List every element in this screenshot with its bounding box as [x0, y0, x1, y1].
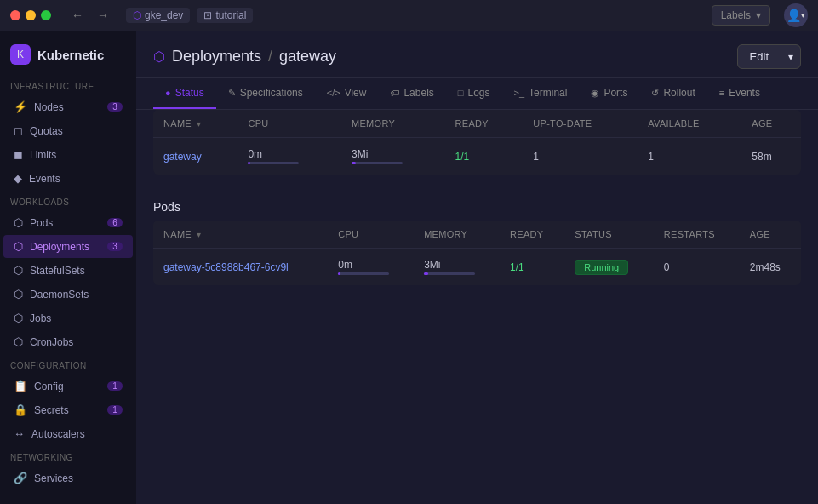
section-configuration-label: Configuration [0, 354, 136, 374]
nodes-icon: ⚡ [14, 100, 27, 113]
sidebar-item-cronjobs[interactable]: ⬡ CronJobs [3, 330, 133, 353]
pod-name-link[interactable]: gateway-5c8988b467-6cv9l [163, 261, 289, 273]
forward-button[interactable]: → [94, 7, 112, 24]
ready-value: 1/1 [455, 151, 470, 163]
pods-badge: 6 [107, 218, 123, 227]
col-ready: READY [445, 110, 523, 138]
specifications-tab-icon: ✎ [228, 88, 236, 99]
pod-col-name[interactable]: NAME ▾ [153, 220, 328, 249]
breadcrumb-parent[interactable]: Deployments [172, 48, 261, 66]
tab-view[interactable]: </> View [315, 78, 379, 109]
pod-col-memory: MEMORY [414, 220, 500, 249]
tutorial-badge[interactable]: ⊡ tutorial [197, 8, 253, 23]
ports-tab-icon: ◉ [591, 88, 599, 99]
pod-cpu-value: 0m [338, 259, 403, 271]
tab-terminal[interactable]: >_ Terminal [502, 78, 580, 109]
close-button[interactable] [10, 10, 20, 20]
pod-restarts-cell: 0 [654, 249, 740, 286]
tab-events[interactable]: ≡ Events [707, 78, 772, 109]
tutorial-icon: ⊡ [203, 9, 212, 21]
tab-terminal-label: Terminal [529, 87, 567, 99]
name-sort-icon: ▾ [197, 119, 201, 129]
pod-ready-cell: 1/1 [500, 249, 564, 286]
tab-ports-label: Ports [603, 87, 627, 99]
sidebar-item-deployments[interactable]: ⬡ Deployments 3 [3, 235, 133, 258]
labels-tab-icon: 🏷 [390, 88, 399, 98]
pod-age-cell: 2m48s [740, 249, 801, 286]
sidebar-item-services[interactable]: 🔗 Services [3, 467, 133, 490]
tab-status-label: Status [175, 87, 204, 99]
pod-memory-cell: 3Mi [414, 249, 500, 286]
sidebar-item-config[interactable]: 📋 Config 1 [3, 375, 133, 398]
labels-dropdown[interactable]: Labels ▾ [712, 5, 770, 26]
tab-labels[interactable]: 🏷 Labels [378, 78, 445, 109]
sidebar-item-autoscalers[interactable]: ↔ Autoscalers [3, 422, 133, 445]
col-available: AVAILABLE [638, 110, 741, 138]
tab-logs-label: Logs [467, 87, 489, 99]
tab-events-label: Events [729, 87, 760, 99]
autoscalers-label: Autoscalers [31, 428, 123, 440]
pod-cpu-mini-bar [338, 272, 389, 275]
pods-section: Pods NAME ▾ CPU MEMORY READY STATUS REST… [136, 188, 818, 299]
deployment-name-link[interactable]: gateway [163, 151, 202, 163]
tab-specifications[interactable]: ✎ Specifications [216, 78, 315, 109]
breadcrumb-separator: / [268, 48, 272, 66]
maximize-button[interactable] [41, 10, 51, 20]
pod-col-status: STATUS [564, 220, 654, 249]
deployment-name-cell: gateway [153, 138, 237, 175]
deployments-icon: ⬡ [14, 240, 23, 253]
tab-ports[interactable]: ◉ Ports [579, 78, 639, 109]
col-cpu: CPU [237, 110, 341, 138]
daemonsets-label: DaemonSets [30, 289, 123, 301]
events-infra-icon: ◆ [14, 172, 22, 185]
minimize-button[interactable] [26, 10, 36, 20]
sidebar-item-events[interactable]: ◆ Events [3, 167, 133, 190]
tab-rollout[interactable]: ↺ Rollout [639, 78, 706, 109]
memory-mini-bar [352, 162, 403, 164]
services-label: Services [34, 472, 123, 484]
gke-context-badge[interactable]: ⬡ gke_dev [126, 8, 190, 23]
sidebar-item-jobs[interactable]: ⬡ Jobs [3, 306, 133, 329]
edit-button-group: Edit ▾ [737, 44, 801, 69]
events-tab-icon: ≡ [719, 88, 724, 98]
col-name[interactable]: NAME ▾ [153, 110, 237, 138]
edit-button[interactable]: Edit [738, 45, 781, 68]
user-avatar[interactable]: 👤 ▾ [784, 3, 808, 27]
terminal-tab-icon: >_ [514, 88, 525, 98]
deployments-badge: 3 [107, 242, 123, 251]
sidebar-item-pods[interactable]: ⬡ Pods 6 [3, 211, 133, 234]
tab-labels-label: Labels [403, 87, 433, 99]
cpu-mini-bar [248, 162, 299, 164]
pod-memory-bar-fill [424, 272, 428, 275]
gke-label: gke_dev [145, 9, 183, 21]
table-row: gateway 0m 3Mi [153, 138, 801, 175]
pod-col-restarts: RESTARTS [654, 220, 740, 249]
tab-status[interactable]: ● Status [153, 78, 216, 109]
services-icon: 🔗 [14, 472, 27, 484]
back-button[interactable]: ← [68, 7, 87, 24]
secrets-badge: 1 [107, 405, 123, 415]
content-header: ⬡ Deployments / gateway Edit ▾ [136, 31, 818, 78]
pod-status-cell: Running [564, 249, 654, 286]
tab-logs[interactable]: □ Logs [446, 78, 502, 109]
pod-col-cpu: CPU [328, 220, 414, 249]
col-memory: MEMORY [341, 110, 445, 138]
sidebar-brand: K Kubernetic [0, 37, 136, 75]
rollout-tab-icon: ↺ [651, 88, 659, 99]
pod-name-sort-icon: ▾ [197, 230, 201, 239]
col-age: AGE [741, 110, 801, 138]
brand-icon: K [10, 44, 31, 65]
section-networking-label: Networking [0, 446, 136, 466]
edit-dropdown-button[interactable]: ▾ [781, 46, 800, 68]
sidebar-item-secrets[interactable]: 🔒 Secrets 1 [3, 398, 133, 421]
sidebar-item-limits[interactable]: ◼ Limits [3, 143, 133, 166]
breadcrumb: ⬡ Deployments / gateway [153, 48, 336, 66]
pod-memory-value: 3Mi [424, 259, 489, 271]
sidebar-item-daemonsets[interactable]: ⬡ DaemonSets [3, 283, 133, 306]
pod-memory-bar: 3Mi [424, 259, 489, 275]
sidebar-item-nodes[interactable]: ⚡ Nodes 3 [3, 95, 133, 118]
sidebar-item-statefulsets[interactable]: ⬡ StatefulSets [3, 259, 133, 282]
deployment-cpu-cell: 0m [237, 138, 341, 175]
sidebar-item-quotas[interactable]: ◻ Quotas [3, 119, 133, 142]
user-icon: 👤 [787, 9, 801, 22]
